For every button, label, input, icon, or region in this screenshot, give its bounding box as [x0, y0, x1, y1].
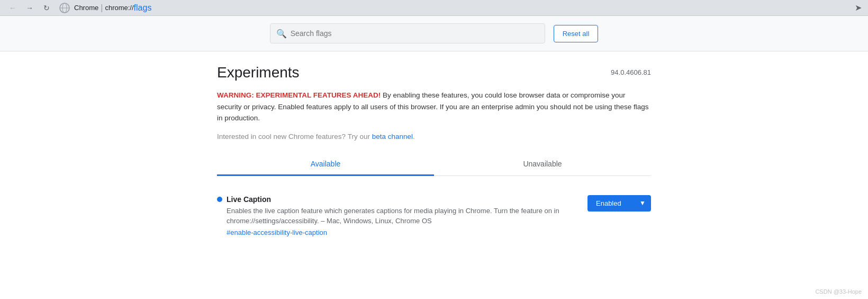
nav-buttons: ← → ↻ — [6, 2, 53, 14]
forward-button[interactable]: → — [23, 2, 36, 14]
beta-channel-link[interactable]: beta channel — [372, 133, 413, 140]
version-text: 94.0.4606.81 — [611, 68, 651, 76]
reset-all-button[interactable]: Reset all — [554, 25, 599, 42]
address-bar-chrome: Chrome — [74, 4, 98, 12]
send-button[interactable]: ➤ — [855, 3, 862, 13]
warning-text: WARNING: EXPERIMENTAL FEATURES AHEAD! By… — [217, 90, 651, 124]
flag-anchor-link[interactable]: #enable-accessibility-live-caption — [227, 228, 575, 236]
search-input[interactable] — [270, 23, 545, 43]
search-container: 🔍 — [270, 23, 545, 43]
back-button[interactable]: ← — [6, 2, 19, 14]
browser-content: 🔍 Reset all Experiments 94.0.4606.81 WAR… — [0, 16, 868, 299]
flag-dot — [217, 197, 222, 202]
tabs-container: Available Unavailable — [217, 153, 651, 176]
experiments-header: Experiments 94.0.4606.81 — [217, 64, 651, 81]
tab-unavailable[interactable]: Unavailable — [434, 153, 651, 176]
page-content: Experiments 94.0.4606.81 WARNING: EXPERI… — [196, 51, 672, 256]
flag-name: Live Caption — [227, 195, 271, 204]
flag-left: Live Caption Enables the live caption fe… — [217, 195, 575, 236]
flag-dropdown-wrap: Default Enabled Disabled ▼ — [587, 195, 651, 212]
page-title: Experiments — [217, 64, 300, 81]
search-icon: 🔍 — [276, 29, 287, 39]
beta-text-pre: Interested in cool new Chrome features? … — [217, 133, 372, 140]
beta-text-post: . — [413, 133, 415, 140]
flag-dropdown[interactable]: Default Enabled Disabled — [587, 195, 651, 212]
flag-description: Enables the live caption feature which g… — [227, 206, 575, 226]
search-bar-area: 🔍 Reset all — [0, 16, 868, 51]
address-bar-url-prefix: chrome:// — [105, 4, 133, 12]
watermark: CSDN @33-Hope — [815, 288, 862, 295]
reload-button[interactable]: ↻ — [40, 2, 53, 14]
flag-item-live-caption: Live Caption Enables the live caption fe… — [217, 189, 651, 243]
tab-available[interactable]: Available — [217, 153, 434, 176]
beta-text: Interested in cool new Chrome features? … — [217, 133, 651, 140]
warning-highlight: WARNING: EXPERIMENTAL FEATURES AHEAD! — [217, 91, 381, 99]
address-bar-url-flags: flags — [134, 3, 152, 13]
address-bar-separator: | — [101, 3, 103, 13]
flag-title-row: Live Caption — [217, 195, 575, 204]
browser-titlebar: ← → ↻ Chrome | chrome://flags ➤ — [0, 0, 868, 16]
chrome-icon — [59, 3, 70, 13]
